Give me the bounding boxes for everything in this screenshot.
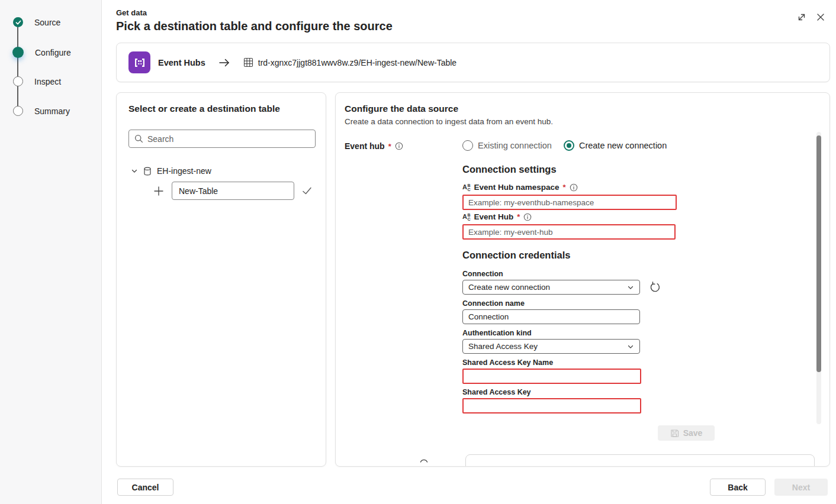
namespace-field-label: ABC Event Hub namespace * (462, 183, 578, 192)
text-type-icon: ABC (462, 213, 471, 221)
shared-access-key-input[interactable] (462, 398, 641, 413)
search-placeholder: Search (147, 134, 173, 144)
connection-mode-radios: Existing connection Create new connectio… (462, 140, 667, 151)
radio-create-new-connection[interactable]: Create new connection (564, 140, 667, 151)
radio-off-icon (462, 140, 473, 151)
event-hub-label-text: Event hub (345, 141, 385, 151)
database-icon (143, 167, 152, 176)
connection-name-label: Connection name (462, 299, 525, 308)
chevron-down-icon (627, 284, 634, 291)
back-button[interactable]: Back (710, 479, 766, 496)
radio-existing-connection[interactable]: Existing connection (462, 140, 552, 151)
save-button[interactable]: Save (658, 425, 715, 441)
step-source[interactable]: Source (13, 17, 60, 27)
required-marker: * (517, 212, 520, 221)
step-source-label: Source (34, 18, 60, 27)
scrollbar-thumb[interactable] (816, 135, 821, 372)
hub-label-text: Event Hub (474, 212, 514, 221)
configure-panel-title: Configure the data source (345, 104, 458, 114)
chevron-down-icon (627, 343, 634, 350)
step-inspect-label: Inspect (34, 77, 61, 86)
shared-access-key-name-input[interactable] (462, 369, 641, 384)
event-hubs-icon (128, 51, 150, 73)
connection-credentials-heading: Connection credentials (462, 250, 570, 261)
event-hub-field-label: Event hub * (345, 141, 403, 151)
connection-label: Connection (462, 270, 503, 278)
configure-source-panel: Configure the data source Create a data … (335, 92, 830, 467)
namespace-label-text: Event Hub namespace (474, 183, 560, 192)
step-summary[interactable]: Summary (13, 106, 70, 116)
save-button-label: Save (683, 428, 703, 438)
shared-access-key-name-label: Shared Access Key Name (462, 358, 553, 367)
step-inspect[interactable]: Inspect (13, 76, 61, 86)
cancel-button[interactable]: Cancel (117, 479, 173, 496)
database-name: EH-ingest-new (157, 166, 211, 176)
step-connector-line (17, 22, 18, 111)
table-grid-icon (243, 57, 253, 67)
loading-spinner-icon (419, 455, 429, 466)
step-current-icon (12, 47, 24, 58)
connection-dropdown-value: Create new connection (468, 283, 550, 292)
save-icon (670, 429, 679, 438)
dialog-eyebrow: Get data (116, 8, 147, 17)
radio-on-icon (564, 140, 574, 151)
search-input[interactable]: Search (128, 130, 316, 148)
database-tree-item[interactable]: EH-ingest-new (131, 166, 211, 176)
confirm-check-icon[interactable] (302, 186, 312, 195)
source-name: Event Hubs (158, 58, 205, 67)
destination-table-panel: Select or create a destination table Sea… (116, 92, 326, 467)
arrow-right-icon (218, 58, 230, 67)
expand-icon[interactable] (795, 11, 808, 24)
search-icon (134, 134, 143, 143)
required-marker: * (563, 183, 566, 192)
authentication-kind-dropdown[interactable]: Shared Access Key (462, 339, 640, 354)
step-summary-label: Summary (34, 106, 70, 116)
close-icon[interactable] (814, 11, 827, 24)
step-configure[interactable]: Configure (13, 47, 71, 58)
get-data-dialog: Source Configure Inspect Summary Get dat… (0, 0, 836, 504)
destination-panel-title: Select or create a destination table (128, 104, 280, 114)
new-table-row (153, 182, 312, 200)
event-hub-namespace-input[interactable] (462, 195, 677, 210)
authentication-kind-label: Authentication kind (462, 329, 532, 337)
step-configure-label: Configure (35, 48, 71, 57)
step-completed-check-icon (13, 17, 23, 27)
required-marker: * (388, 142, 391, 151)
connection-name-input[interactable] (462, 309, 640, 324)
source-destination-banner: Event Hubs trd-xgnxc7jjgt881wwv8w.z9/EH-… (116, 43, 830, 82)
preview-box-partial (465, 454, 815, 467)
wizard-step-rail: Source Configure Inspect Summary (0, 0, 102, 504)
shared-access-key-label: Shared Access Key (462, 388, 531, 396)
authentication-kind-value: Shared Access Key (468, 342, 538, 351)
chevron-down-icon[interactable] (131, 167, 138, 175)
configure-panel-subtitle: Create a data connection to ingest data … (345, 117, 553, 126)
event-hub-input[interactable] (462, 224, 676, 240)
next-button[interactable]: Next (774, 479, 828, 496)
step-upcoming-icon (13, 76, 23, 86)
destination-path: trd-xgnxc7jjgt881wwv8w.z9/EH-ingest-new/… (258, 58, 456, 67)
step-upcoming-icon (13, 106, 23, 116)
radio-create-new-label: Create new connection (579, 141, 667, 150)
connection-dropdown[interactable]: Create new connection (462, 280, 640, 295)
page-title: Pick a destination table and configure t… (116, 20, 393, 33)
info-icon[interactable] (395, 142, 403, 150)
text-type-icon: ABC (462, 183, 471, 192)
radio-existing-label: Existing connection (478, 141, 552, 150)
refresh-icon[interactable] (648, 280, 662, 294)
connection-settings-heading: Connection settings (462, 164, 557, 175)
hub-field-label: ABC Event Hub * (462, 212, 532, 221)
plus-icon[interactable] (153, 186, 164, 196)
info-icon[interactable] (523, 213, 532, 221)
info-icon[interactable] (570, 183, 578, 192)
new-table-name-input[interactable] (172, 182, 294, 200)
